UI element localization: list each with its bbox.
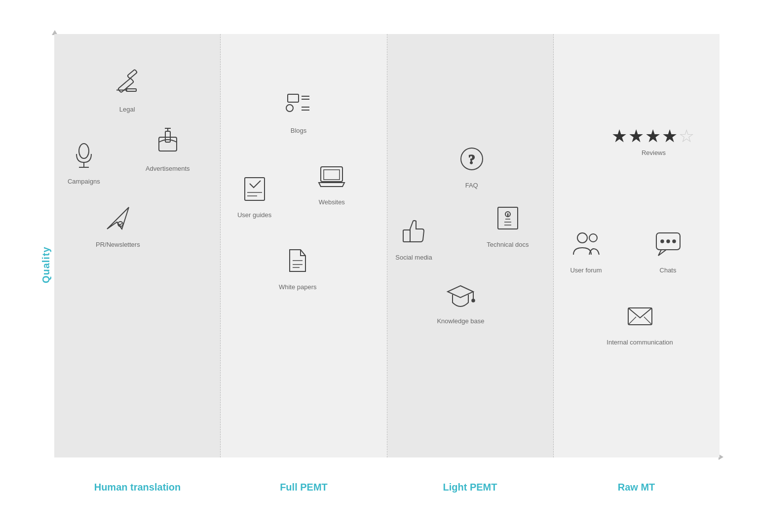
item-white-papers: White papers <box>279 246 317 291</box>
svg-point-41 <box>673 240 676 243</box>
user-guides-label: User guides <box>237 211 271 219</box>
user-forum-label: User forum <box>570 266 602 274</box>
chats-label: Chats <box>660 266 677 274</box>
plot-area: Legal Campaigns Advertisements <box>54 34 720 457</box>
social-media-label: Social media <box>395 254 432 261</box>
item-user-forum: User forum <box>570 229 602 274</box>
info-book-icon: i <box>493 203 523 237</box>
internal-communication-label: Internal communication <box>606 339 673 346</box>
item-chats: Chats <box>653 229 683 274</box>
svg-rect-11 <box>288 94 299 102</box>
y-axis-label: Quality <box>40 246 52 283</box>
svg-rect-27 <box>403 230 410 242</box>
x-label-raw-mt: Raw MT <box>553 482 720 493</box>
svg-rect-0 <box>126 89 136 91</box>
item-advertisements: Advertisements <box>146 127 190 172</box>
chat-bubble-icon <box>653 229 683 263</box>
chart-container: Quality Legal Campaigns <box>24 24 734 508</box>
question-icon: ? <box>457 144 487 178</box>
item-blogs: Blogs <box>284 89 313 134</box>
thumbsup-icon <box>399 216 429 250</box>
col-light-pemt: ? FAQ Social media i Technical docs <box>387 34 554 457</box>
mic-icon <box>69 140 99 174</box>
user-guides-icon <box>240 174 269 207</box>
x-label-full-pemt: Full PEMT <box>221 482 387 493</box>
svg-rect-28 <box>498 207 518 229</box>
svg-point-37 <box>589 234 597 242</box>
svg-point-39 <box>661 240 664 243</box>
svg-point-35 <box>472 299 475 302</box>
stars-icon: ★★★★☆ <box>611 127 695 145</box>
item-reviews: ★★★★☆ Reviews <box>611 127 695 156</box>
col-human-translation: Legal Campaigns Advertisements <box>54 34 221 457</box>
svg-text:i: i <box>507 213 508 217</box>
websites-label: Websites <box>319 198 345 206</box>
item-social-media: Social media <box>395 216 432 261</box>
graduation-icon <box>446 280 475 313</box>
svg-text:?: ? <box>468 152 475 167</box>
white-papers-label: White papers <box>279 283 317 291</box>
group-icon <box>571 229 601 263</box>
item-websites: Websites <box>317 161 346 206</box>
x-label-light-pemt: Light PEMT <box>387 482 553 493</box>
legal-label: Legal <box>119 106 135 113</box>
pr-newsletters-label: PR/Newsletters <box>96 241 140 248</box>
svg-rect-3 <box>127 69 137 78</box>
col-full-pemt: Blogs User guides Websites <box>221 34 387 457</box>
paper-plane-icon <box>103 203 133 237</box>
item-knowledge-base: Knowledge base <box>437 280 484 325</box>
svg-point-4 <box>79 144 89 158</box>
svg-rect-21 <box>324 170 340 180</box>
svg-line-44 <box>644 317 652 325</box>
mailbox-icon <box>153 127 183 161</box>
x-labels-container: Human translation Full PEMT Light PEMT R… <box>54 482 720 493</box>
svg-rect-17 <box>245 178 265 200</box>
item-legal: Legal <box>113 68 142 113</box>
svg-line-43 <box>628 317 636 325</box>
svg-point-40 <box>667 240 670 243</box>
laptop-icon <box>317 161 346 194</box>
svg-point-14 <box>286 105 293 112</box>
item-technical-docs: i Technical docs <box>487 203 529 248</box>
document-icon <box>283 246 312 279</box>
advertisements-label: Advertisements <box>146 165 190 172</box>
technical-docs-label: Technical docs <box>487 241 529 248</box>
item-campaigns: Campaigns <box>68 140 100 185</box>
x-label-human-translation: Human translation <box>54 482 221 493</box>
faq-label: FAQ <box>465 182 478 189</box>
envelope-icon <box>625 301 655 335</box>
item-user-guides: User guides <box>237 174 271 219</box>
item-faq: ? FAQ <box>457 144 487 189</box>
col-raw-mt: ★★★★☆ Reviews User forum Chats <box>554 34 720 457</box>
campaigns-label: Campaigns <box>68 178 100 185</box>
blogs-icon <box>284 89 313 123</box>
item-internal-communication: Internal communication <box>606 301 673 346</box>
blogs-label: Blogs <box>291 127 307 134</box>
gavel-icon <box>113 68 142 102</box>
knowledge-base-label: Knowledge base <box>437 317 484 325</box>
reviews-label: Reviews <box>642 149 666 156</box>
svg-point-36 <box>577 233 587 243</box>
item-pr-newsletters: PR/Newsletters <box>96 203 140 248</box>
